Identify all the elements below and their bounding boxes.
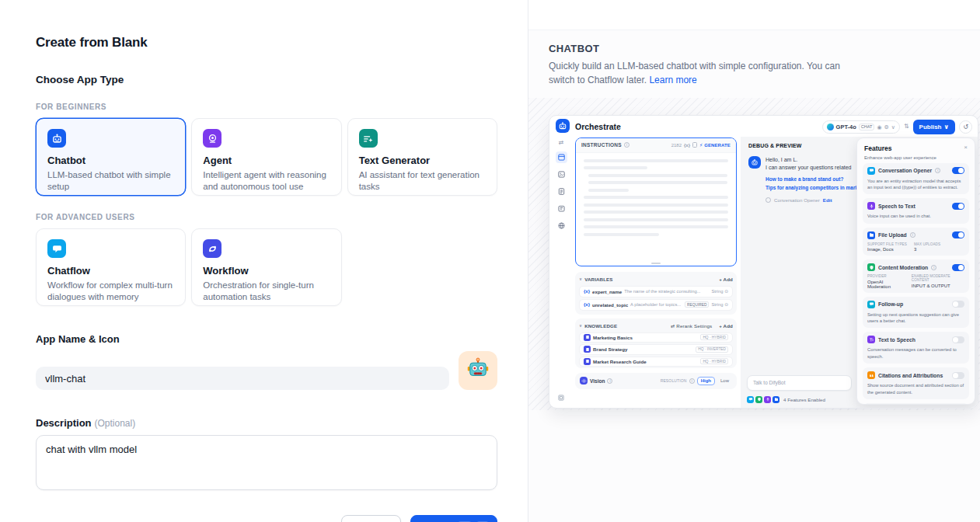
- knowledge-panel: ∨ KNOWLEDGE ⇄Rerank Settings + Add Marke…: [575, 318, 737, 368]
- feature-toggle: [952, 336, 964, 343]
- variable-name: unrelated_topic: [592, 302, 628, 308]
- preview-band: Orchestrate GPT-4o CHAT ◉ ⚙ ∨ ⇅ Publish∨: [528, 98, 980, 410]
- robot-emoji-icon: [466, 357, 490, 385]
- resolution-low-option: Low: [717, 378, 732, 385]
- vision-setting-row: Vision i RESOLUTION i High Low: [575, 373, 737, 389]
- close-icon: ×: [964, 144, 968, 151]
- preview-image: Orchestrate GPT-4o CHAT ◉ ⚙ ∨ ⇅ Publish∨: [549, 115, 978, 409]
- variable-name: expert_name: [592, 289, 622, 294]
- chevron-down-icon: ∨: [891, 124, 895, 130]
- description-label: Description(Optional): [36, 417, 497, 429]
- chatflow-icon: [867, 301, 875, 308]
- prompt-panel-icon: [556, 151, 567, 163]
- feature-meta: MAX UPLOADS3: [914, 242, 940, 252]
- model-logo-icon: [827, 124, 834, 130]
- index-mode-tag: HQ · HYBRID: [700, 334, 728, 340]
- quote-icon: [867, 371, 875, 379]
- description-textarea[interactable]: chat with vllm model: [36, 435, 497, 490]
- variable-row: {x}unrelated_topicA placeholder for topi…: [579, 299, 733, 311]
- preview-sidebar: ⇄: [549, 137, 573, 408]
- skeleton-line: [584, 196, 728, 199]
- features-panel: Features × Enhance web-app user experien…: [856, 137, 975, 405]
- skeleton-line: [584, 159, 728, 162]
- app-type-name: Chatbot: [47, 155, 174, 166]
- collapse-icon: ⇄: [559, 139, 564, 146]
- feature-card-text-to-speech: Text to SpeechConversation messages can …: [863, 332, 969, 364]
- info-icon: i: [607, 378, 612, 384]
- preview-toolbar: GPT-4o CHAT ◉ ⚙ ∨ ⇅ Publish∨ ↺: [822, 120, 972, 134]
- variable-description: A placeholder for topics...: [630, 302, 682, 307]
- for-advanced-users-label: FOR ADVANCED USERS: [36, 213, 497, 221]
- resolution-high-option: High: [697, 377, 715, 385]
- app-type-name: Chatflow: [47, 265, 174, 277]
- textgen-icon: [359, 129, 378, 148]
- variable-insert-icon: {x}: [684, 143, 690, 148]
- image-panel-icon: [556, 169, 567, 180]
- skeleton-line: [584, 211, 728, 214]
- moderation-mini-icon: [755, 396, 762, 403]
- info-icon: i: [935, 168, 940, 173]
- feature-name: Speech to Text: [878, 204, 915, 209]
- feature-card-speech-to-text: Speech to TextVoice input can be used in…: [863, 198, 969, 223]
- workflow-icon: [203, 239, 221, 258]
- skeleton-line: [588, 189, 629, 192]
- robot-icon: [47, 129, 66, 148]
- edit-opener-link: Edit: [823, 197, 832, 203]
- app-type-card-agent[interactable]: AgentIntelligent agent with reasoning an…: [191, 118, 341, 196]
- model-selector: GPT-4o CHAT ◉ ⚙ ∨: [822, 120, 900, 134]
- bot-greeting: Hello, I am L. I can answer your questio…: [766, 156, 868, 172]
- choose-app-type-label: Choose App Type: [36, 74, 497, 85]
- knowledge-row: Market Research GuideHQ · HYBRID: [579, 357, 733, 367]
- preview-app-title: Orchestrate: [575, 122, 621, 131]
- feature-description: You are an entity extraction model that …: [867, 178, 964, 191]
- speech-mini-icon: [764, 396, 771, 403]
- app-icon-picker[interactable]: [459, 351, 497, 390]
- skeleton-line: [584, 233, 659, 236]
- skeleton-line: [584, 218, 728, 221]
- feature-card-follow-up: Follow-upSetting up next questions sugge…: [863, 297, 969, 329]
- feature-toggle: [952, 372, 964, 379]
- shield-icon: [867, 263, 875, 271]
- panel-toggle-icon: [549, 394, 573, 402]
- feature-meta: ENABLED MODERATE CONTENTINPUT & OUTPUT: [912, 274, 964, 289]
- app-name-input[interactable]: [36, 367, 449, 390]
- feature-toggle: [952, 264, 964, 271]
- index-mode-tag: HQ · INVERTED: [696, 346, 728, 353]
- knowledge-name: Brand Strategy: [593, 346, 627, 352]
- learn-more-link[interactable]: Learn more: [649, 75, 696, 85]
- app-name-label: App Name & Icon: [36, 333, 497, 345]
- detail-heading: CHATBOT: [549, 43, 960, 54]
- app-type-card-chatflow[interactable]: ChatflowWorkflow for complex multi-turn …: [36, 228, 186, 306]
- feature-name: Text to Speech: [878, 337, 915, 343]
- feature-meta-value: INPUT & OUTPUT: [912, 284, 964, 288]
- feature-name: File Upload: [878, 232, 907, 238]
- feature-card-content-moderation: Content ModerationiPROVIDEROpenAI Modera…: [863, 259, 969, 293]
- feature-description: Show source document and attributed sect…: [867, 382, 964, 395]
- app-type-card-chatbot[interactable]: ChatbotLLM-based chatbot with simple set…: [36, 118, 186, 196]
- advanced-app-type-cards: ChatflowWorkflow for complex multi-turn …: [36, 228, 497, 306]
- skeleton-line: [588, 174, 727, 177]
- document-icon: [584, 346, 591, 353]
- document-icon: [584, 358, 591, 365]
- feature-name: Citations and Attributions: [878, 373, 943, 378]
- knowledge-name: Marketing Basics: [593, 335, 633, 340]
- create-button[interactable]: Create ⌘ ↵: [410, 515, 497, 522]
- modal-footer: No ideas? Check out our templates → Canc…: [36, 515, 497, 522]
- feature-meta-value: 3: [914, 247, 940, 252]
- variable-type: String ⊙: [711, 302, 728, 307]
- notes-panel-icon: [556, 203, 567, 214]
- add-knowledge-button: + Add: [719, 323, 733, 329]
- info-icon: i: [624, 142, 630, 148]
- cancel-button[interactable]: Cancel: [341, 515, 401, 522]
- chat-input: Talk to DifyBot: [747, 375, 852, 391]
- app-type-card-text-generator[interactable]: Text GeneratorAI assistant for text gene…: [347, 118, 497, 196]
- feature-meta-label: MAX UPLOADS: [914, 242, 940, 246]
- feature-meta: SUPPORT FILE TYPESImage, Docs: [867, 242, 907, 252]
- app-type-card-workflow[interactable]: WorkflowOrchestration for single-turn au…: [191, 228, 341, 306]
- feature-description: Voice input can be used in chat.: [867, 213, 964, 219]
- feature-meta: PROVIDEROpenAI Moderation: [867, 274, 905, 289]
- feature-card-file-upload: File UploadiSUPPORT FILE TYPESImage, Doc…: [863, 228, 969, 256]
- skeleton-line: [584, 166, 647, 169]
- info-icon: i: [910, 232, 915, 238]
- feature-toggle: [952, 301, 964, 308]
